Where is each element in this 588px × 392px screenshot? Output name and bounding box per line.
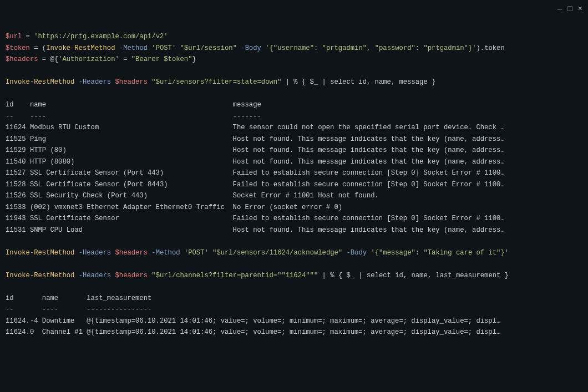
code-flag: -Body [346,249,367,257]
code-flag: -Body [241,44,261,52]
code-variable: $headers [115,272,148,279]
code-variable: $headers [115,78,148,86]
table-row: 11624.0 Channel #1 @{timestamp=06.10.202… [6,328,500,336]
code-operator: = ( [30,44,46,52]
table-row: 11533 (002) vmxnet3 Ethernet Adapter Eth… [6,203,342,211]
table-row: 11531 SNMP CPU Load Host not found. This… [6,226,505,234]
code-string: '{"username": "prtgadmin", "password": "… [265,44,476,52]
code-flag: -Headers [79,272,111,279]
code-string: 'https://prtg.example.com/api/v2' [34,33,168,40]
maximize-icon[interactable]: □ [567,3,572,15]
code-string: "$url/sensors/11624/acknowledge" [212,249,342,257]
code-operator: = [22,33,34,40]
code-operator: = @{ [38,55,59,63]
code-variable: $headers [115,249,148,257]
code-operator: = [119,55,131,63]
table-row: 11529 HTTP (80) Host not found. This mes… [6,146,505,154]
code-cmdlet: Invoke-RestMethod [6,272,74,279]
code-cmdlet: Invoke-RestMethod [46,44,115,52]
code-flag: -Headers [79,78,111,86]
code-cmdlet: Invoke-RestMethod [6,249,74,257]
table-row: 11540 HTTP (8080) Host not found. This m… [6,158,505,166]
code-variable: $token [6,44,30,52]
code-string: '{"message": "Taking care of it"}' [371,249,509,257]
close-icon[interactable]: × [578,3,582,15]
code-string: 'POST' [151,44,176,52]
code-operator: } [192,55,196,63]
table-header: id name message [6,101,261,109]
code-pipeline: | % { $_ | select id, name, last_measure… [318,272,509,279]
code-string: "Bearer $token" [131,55,192,63]
table-header: id name last_measurement [6,294,151,302]
code-pipeline: | % { $_ | select id, name, message } [281,78,435,86]
code-variable: $url [6,33,22,40]
table-row: 11943 SSL Certificate Sensor Failed to e… [6,215,505,222]
minimize-icon[interactable]: — [557,3,562,15]
table-row: 11527 SSL Certificate Sensor (Port 443) … [6,169,505,177]
code-flag: -Method [151,249,180,257]
window-controls: — □ × [557,3,582,15]
table-separator: -- ---- ---------------- [6,306,151,313]
table-row: 11525 Ping Host not found. This message … [6,135,505,143]
table-separator: -- ---- ------- [6,113,261,120]
table-row: 11624.-4 Downtime @{timestamp=06.10.2021… [6,317,500,325]
code-variable: $headers [6,55,38,63]
code-string: 'POST' [184,249,209,257]
code-string: 'Authorization' [58,55,119,63]
code-string: "$url/session" [180,44,237,52]
code-cmdlet: Invoke-RestMethod [6,78,74,86]
code-flag: -Headers [79,249,111,257]
code-operator: ).token [477,44,505,52]
code-string: "$url/sensors?filter=state=down" [151,78,281,86]
table-row: 11624 Modbus RTU Custom The sensor could… [6,124,505,131]
terminal-output[interactable]: $url = 'https://prtg.example.com/api/v2'… [0,0,588,344]
code-string: "$url/channels?filter=parentid=""11624""… [151,272,318,279]
table-row: 11528 SSL Certificate Sensor (Port 8443)… [6,181,505,189]
table-row: 11526 SSL Security Check (Port 443) Sock… [6,192,379,200]
code-flag: -Method [119,44,148,52]
